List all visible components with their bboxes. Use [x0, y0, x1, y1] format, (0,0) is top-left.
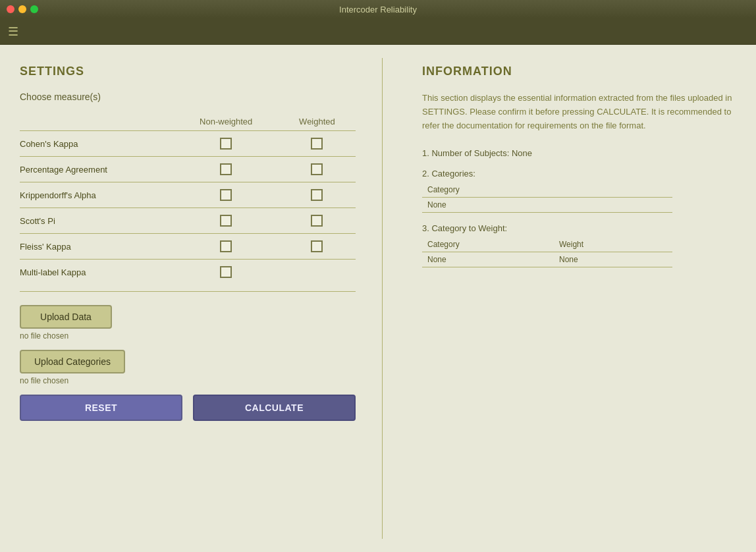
fleiss-w-cell [279, 234, 356, 260]
action-buttons: RESET CALCULATE [20, 395, 356, 421]
titlebar: Intercoder Reliability [0, 0, 756, 18]
fleiss-nw-cell [174, 234, 279, 260]
cohens-kappa-nw-checkbox[interactable] [220, 138, 232, 150]
kripp-nw-cell [174, 182, 279, 208]
cw-weight-value: None [554, 252, 672, 267]
categories-table: Category None [422, 182, 672, 213]
fleiss-nw-checkbox[interactable] [220, 240, 232, 252]
panel-divider [382, 58, 383, 539]
pct-agree-w-cell [279, 157, 356, 182]
menubar: ☰ [0, 18, 756, 45]
upload-categories-status: no file chosen [20, 376, 356, 385]
close-button[interactable] [7, 5, 14, 13]
subjects-value: None [512, 148, 532, 158]
pct-agree-nw-cell [174, 157, 279, 182]
info-item-subjects: 1. Number of Subjects: None [422, 148, 736, 158]
measures-table: Non-weighted Weighted Cohen's Kappa [20, 113, 356, 285]
scotts-pi-nw-checkbox[interactable] [220, 215, 232, 227]
info-item-categories: 2. Categories: Category None [422, 169, 736, 213]
reset-button[interactable]: RESET [20, 395, 182, 421]
information-panel: INFORMATION This section displays the es… [402, 58, 743, 539]
traffic-lights [7, 5, 38, 13]
kripp-w-cell [279, 182, 356, 208]
table-row: None [422, 198, 672, 213]
multilabel-w-cell [279, 260, 356, 285]
upload-data-status: no file chosen [20, 331, 356, 341]
main-content: SETTINGS Choose measure(s) Non-weighted … [0, 45, 756, 552]
table-row: Fleiss' Kappa [20, 234, 356, 260]
categories-header: Category [422, 182, 672, 198]
measure-label: Scott's Pi [20, 208, 174, 234]
table-row: Percentage Agreement [20, 157, 356, 182]
measure-label: Multi-label Kappa [20, 260, 174, 285]
information-description: This section displays the essential info… [422, 92, 736, 132]
scotts-pi-w-checkbox[interactable] [311, 215, 323, 227]
col-weighted: Weighted [279, 113, 356, 131]
info-item-category-weight: 3. Category to Weight: Category Weight N… [422, 223, 736, 267]
col-non-weighted: Non-weighted [174, 113, 279, 131]
table-row: None None [422, 252, 672, 267]
cw-col-weight: Weight [554, 237, 672, 252]
table-bottom-divider [20, 291, 356, 292]
scotts-pi-nw-cell [174, 208, 279, 234]
kripp-w-checkbox[interactable] [311, 189, 323, 201]
settings-title: SETTINGS [20, 65, 356, 78]
kripp-nw-checkbox[interactable] [220, 189, 232, 201]
table-row: Cohen's Kappa [20, 131, 356, 157]
multilabel-nw-cell [174, 260, 279, 285]
pct-agree-w-checkbox[interactable] [311, 163, 323, 175]
table-row: Krippendorff's Alpha [20, 182, 356, 208]
window-title: Intercoder Reliability [339, 5, 417, 14]
fleiss-w-checkbox[interactable] [311, 240, 323, 252]
category-weight-table: Category Weight None None [422, 237, 672, 267]
cw-col-category: Category [422, 237, 554, 252]
measure-label: Krippendorff's Alpha [20, 182, 174, 208]
information-title: INFORMATION [422, 65, 736, 78]
calculate-button[interactable]: CALCULATE [193, 395, 356, 421]
maximize-button[interactable] [30, 5, 38, 13]
category-weight-title: 3. Category to Weight: [422, 223, 736, 233]
table-row: Multi-label Kappa [20, 260, 356, 285]
multilabel-nw-checkbox[interactable] [220, 266, 232, 278]
cohens-kappa-w-checkbox[interactable] [311, 138, 323, 150]
upload-categories-button[interactable]: Upload Categories [20, 350, 125, 373]
subjects-number: 1. [422, 148, 429, 158]
pct-agree-nw-checkbox[interactable] [220, 163, 232, 175]
cohens-kappa-w-cell [279, 131, 356, 157]
minimize-button[interactable] [18, 5, 26, 13]
cohens-kappa-nw-cell [174, 131, 279, 157]
measure-label: Percentage Agreement [20, 157, 174, 182]
settings-panel: SETTINGS Choose measure(s) Non-weighted … [13, 58, 362, 539]
upload-data-button[interactable]: Upload Data [20, 305, 112, 329]
subjects-key: Number of Subjects: [431, 148, 509, 158]
hamburger-icon[interactable]: ☰ [8, 26, 18, 38]
category-value: None [422, 198, 672, 213]
scotts-pi-w-cell [279, 208, 356, 234]
choose-measures-label: Choose measure(s) [20, 92, 356, 102]
upload-section: Upload Data no file chosen Upload Catego… [20, 305, 356, 385]
cw-category-value: None [422, 252, 554, 267]
subjects-label: 1. Number of Subjects: None [422, 148, 736, 158]
table-row: Scott's Pi [20, 208, 356, 234]
col-measure [20, 113, 174, 131]
measure-label: Cohen's Kappa [20, 131, 174, 157]
categories-title: 2. Categories: [422, 169, 736, 179]
measure-label: Fleiss' Kappa [20, 234, 174, 260]
